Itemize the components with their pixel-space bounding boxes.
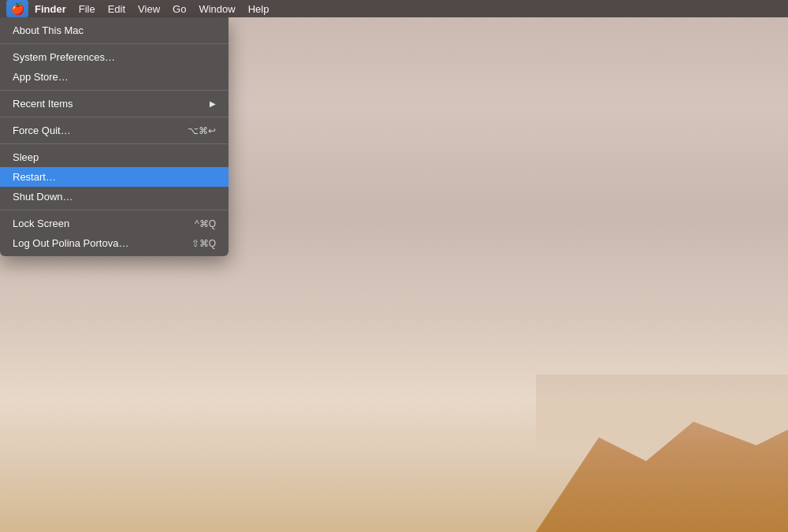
apple-icon: 🍎 <box>11 2 24 15</box>
menu-separator-5 <box>0 210 229 210</box>
menu-item-lock-screen[interactable]: Lock Screen ^⌘Q <box>0 214 229 233</box>
menu-item-about[interactable]: About This Mac <box>0 20 229 40</box>
menu-separator-4 <box>0 143 229 144</box>
menu-item-restart-label: Restart… <box>13 171 56 183</box>
svg-rect-1 <box>536 374 788 453</box>
menu-item-log-out-label: Log Out Polina Portova… <box>13 237 128 249</box>
menu-item-shut-down-label: Shut Down… <box>13 191 73 203</box>
menu-item-about-label: About This Mac <box>13 24 84 36</box>
menubar-help[interactable]: Help <box>242 0 276 17</box>
desert-mountain <box>536 374 788 532</box>
menu-item-force-quit-label: Force Quit… <box>13 125 71 136</box>
force-quit-shortcut: ⌥⌘↩ <box>188 125 216 136</box>
menu-item-sleep-label: Sleep <box>13 151 39 163</box>
menubar-go[interactable]: Go <box>166 0 192 17</box>
menu-item-log-out[interactable]: Log Out Polina Portova… ⇧⌘Q <box>0 233 229 253</box>
lock-screen-shortcut: ^⌘Q <box>195 218 216 229</box>
menu-item-app-store-label: App Store… <box>13 71 69 83</box>
menu-item-recent-items[interactable]: Recent Items ▶ <box>0 94 229 113</box>
menu-item-sleep[interactable]: Sleep <box>0 147 229 167</box>
menu-item-system-prefs-label: System Preferences… <box>13 51 115 63</box>
menu-item-lock-screen-label: Lock Screen <box>13 218 69 229</box>
menu-separator-2 <box>0 90 229 91</box>
menu-item-system-prefs[interactable]: System Preferences… <box>0 47 229 67</box>
menubar-finder[interactable]: Finder <box>28 0 72 17</box>
menu-item-force-quit[interactable]: Force Quit… ⌥⌘↩ <box>0 121 229 140</box>
menubar: 🍎 Finder File Edit View Go Window Help <box>0 0 788 17</box>
menubar-window[interactable]: Window <box>192 0 241 17</box>
menu-separator-3 <box>0 117 229 117</box>
menubar-file[interactable]: File <box>72 0 102 17</box>
menubar-edit[interactable]: Edit <box>102 0 132 17</box>
submenu-arrow-icon: ▶ <box>210 99 216 108</box>
menubar-view[interactable]: View <box>132 0 166 17</box>
menu-item-recent-items-label: Recent Items <box>13 98 73 110</box>
menu-separator-1 <box>0 43 229 44</box>
menu-item-shut-down[interactable]: Shut Down… <box>0 187 229 206</box>
apple-menu-button[interactable]: 🍎 <box>6 0 28 17</box>
apple-dropdown-menu: About This Mac System Preferences… App S… <box>0 17 229 256</box>
menu-item-restart[interactable]: Restart… <box>0 167 229 187</box>
menu-item-app-store[interactable]: App Store… <box>0 67 229 87</box>
log-out-shortcut: ⇧⌘Q <box>191 238 216 249</box>
